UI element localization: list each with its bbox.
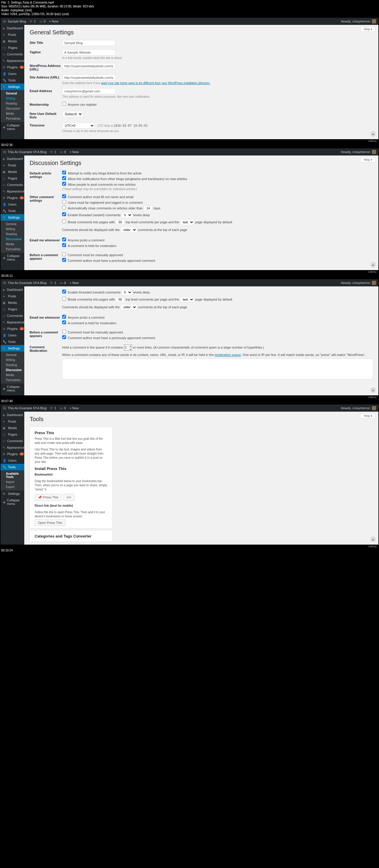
menu-posts[interactable]: ✦Posts: [1, 162, 24, 168]
author-fillout-checkbox[interactable]: [62, 194, 66, 198]
howdy-greeting[interactable]: Howdy, crissyherron: [341, 281, 370, 285]
menu-posts[interactable]: ✦Posts: [1, 418, 24, 425]
threaded-levels-select[interactable]: 5: [121, 212, 132, 218]
sub-general[interactable]: General: [1, 91, 24, 96]
menu-tools[interactable]: 🔧Tools: [1, 208, 24, 214]
sub-general[interactable]: General: [1, 352, 24, 358]
sub-reading[interactable]: Reading: [1, 101, 24, 106]
sub-discussion[interactable]: Discussion: [1, 237, 24, 242]
menu-dashboard[interactable]: ◈Dashboard: [1, 412, 24, 418]
perpage-input[interactable]: [116, 220, 125, 225]
menu-appearance[interactable]: ✎Appearance: [1, 58, 24, 64]
menu-settings[interactable]: ⚒Settings: [1, 345, 24, 351]
comments-icon[interactable]: ▭: [60, 281, 63, 285]
site-name[interactable]: Sample Blog: [8, 20, 26, 23]
help-tab[interactable]: Help ▾: [361, 27, 375, 32]
menu-media[interactable]: ▣Media: [1, 38, 24, 44]
comments-icon[interactable]: ▭: [39, 20, 42, 23]
menu-plugins[interactable]: ⚙Plugins1: [1, 451, 24, 457]
updates-icon[interactable]: ⟳: [50, 406, 53, 410]
help-tab[interactable]: Help ▾: [361, 157, 375, 162]
moderation-queue-link[interactable]: moderation queue: [215, 353, 241, 356]
tagline-input[interactable]: [62, 50, 116, 55]
order-select[interactable]: older: [121, 304, 137, 310]
wpurl-input[interactable]: [62, 63, 116, 69]
new-content[interactable]: + New: [70, 406, 79, 410]
menu-media[interactable]: ▣Media: [1, 425, 24, 431]
moderation-keys-textarea[interactable]: [62, 359, 373, 379]
updates-icon[interactable]: ⟳: [50, 281, 53, 285]
open-press-this-button[interactable]: Open Press This: [35, 520, 65, 526]
wp-logo-icon[interactable]: ⓦ: [3, 281, 6, 285]
sub-general[interactable]: General: [1, 221, 24, 226]
avatar[interactable]: [372, 19, 376, 23]
held-moderation-checkbox[interactable]: [62, 243, 66, 247]
manual-approve-checkbox[interactable]: [62, 252, 66, 256]
sub-media[interactable]: Media: [1, 242, 24, 247]
menu-pages[interactable]: ▢Pages: [1, 431, 24, 438]
wp-logo-icon[interactable]: ⓦ: [3, 406, 6, 410]
site-name[interactable]: This An Example Of A Blog: [8, 406, 46, 410]
email-input[interactable]: [62, 88, 116, 94]
menu-appearance[interactable]: ✎Appearance: [1, 188, 24, 194]
sub-permalinks[interactable]: Permalinks: [1, 378, 24, 383]
sub-discussion[interactable]: Discussion: [1, 368, 24, 373]
menu-settings[interactable]: ⚒Settings: [1, 214, 24, 221]
menu-settings[interactable]: ⚒Settings: [1, 84, 24, 90]
menu-tools[interactable]: 🔧Tools: [1, 339, 24, 345]
anyone-register-checkbox[interactable]: [62, 102, 66, 106]
site-name[interactable]: This An Example Of A Blog: [8, 281, 46, 285]
siteurl-hint-link[interactable]: want your site home page to be different…: [101, 82, 210, 85]
menu-posts[interactable]: ✦Posts: [1, 293, 24, 300]
scroll-top-button[interactable]: ▲: [370, 536, 376, 542]
menu-plugins[interactable]: ⚙Plugins1: [1, 64, 24, 70]
break-pages-checkbox[interactable]: [62, 297, 66, 301]
updates-icon[interactable]: ⟳: [30, 20, 32, 23]
sub-permalinks[interactable]: Permalinks: [1, 116, 24, 121]
sub-writing[interactable]: Writing: [1, 358, 24, 363]
users-registered-checkbox[interactable]: [62, 200, 66, 204]
scroll-top-button[interactable]: ▲: [370, 131, 376, 137]
wp-logo-icon[interactable]: ⓦ: [3, 19, 6, 24]
howdy-greeting[interactable]: Howdy, crissyherron: [341, 20, 370, 23]
help-tab[interactable]: Help ▾: [361, 413, 375, 418]
new-content[interactable]: + New: [49, 20, 59, 23]
sub-media[interactable]: Media: [1, 111, 24, 116]
menu-users[interactable]: 👤Users: [1, 70, 24, 77]
comments-icon[interactable]: ▭: [60, 150, 63, 154]
menu-plugins[interactable]: ⚙Plugins1: [1, 326, 24, 332]
threaded-checkbox[interactable]: [62, 290, 66, 293]
wp-logo-icon[interactable]: ⓦ: [3, 150, 6, 154]
sub-media[interactable]: Media: [1, 373, 24, 378]
sub-export[interactable]: Export: [1, 485, 24, 490]
perpage-input[interactable]: [116, 297, 125, 302]
menu-comments[interactable]: ▭Comments: [1, 51, 24, 58]
howdy-greeting[interactable]: Howdy, crissyherron: [341, 406, 370, 410]
site-name[interactable]: This An Example Of A Blog: [8, 150, 46, 154]
menu-appearance[interactable]: ✎Appearance: [1, 319, 24, 326]
avatar[interactable]: [372, 281, 376, 285]
allow-comments-checkbox[interactable]: [62, 182, 66, 186]
allow-pingbacks-checkbox[interactable]: [62, 176, 66, 180]
autoclose-days-input[interactable]: [144, 206, 153, 211]
break-pages-checkbox[interactable]: [62, 219, 66, 223]
anyone-posts-checkbox[interactable]: [62, 315, 66, 319]
manual-approve-checkbox[interactable]: [62, 330, 66, 334]
new-content[interactable]: + New: [70, 150, 79, 154]
sub-writing[interactable]: Writing: [1, 226, 24, 231]
menu-comments[interactable]: ▭Comments: [1, 438, 24, 444]
menu-comments[interactable]: ▭Comments: [1, 182, 24, 188]
menu-tools[interactable]: 🔧Tools: [1, 464, 24, 470]
siteurl-input[interactable]: [62, 74, 116, 81]
lastfirst-select[interactable]: last: [180, 219, 194, 225]
collapse-menu[interactable]: ◀Collapse menu: [1, 383, 24, 394]
comments-icon[interactable]: ▭: [60, 406, 63, 410]
menu-media[interactable]: ▣Media: [1, 168, 24, 175]
scroll-top-button[interactable]: ▲: [370, 387, 376, 393]
menu-pages[interactable]: ▢Pages: [1, 44, 24, 51]
new-content[interactable]: + New: [70, 281, 79, 285]
anyone-posts-checkbox[interactable]: [62, 238, 66, 241]
menu-pages[interactable]: ▢Pages: [1, 175, 24, 182]
newrole-select[interactable]: Subscriber: [62, 111, 83, 117]
menu-users[interactable]: 👤Users: [1, 457, 24, 464]
